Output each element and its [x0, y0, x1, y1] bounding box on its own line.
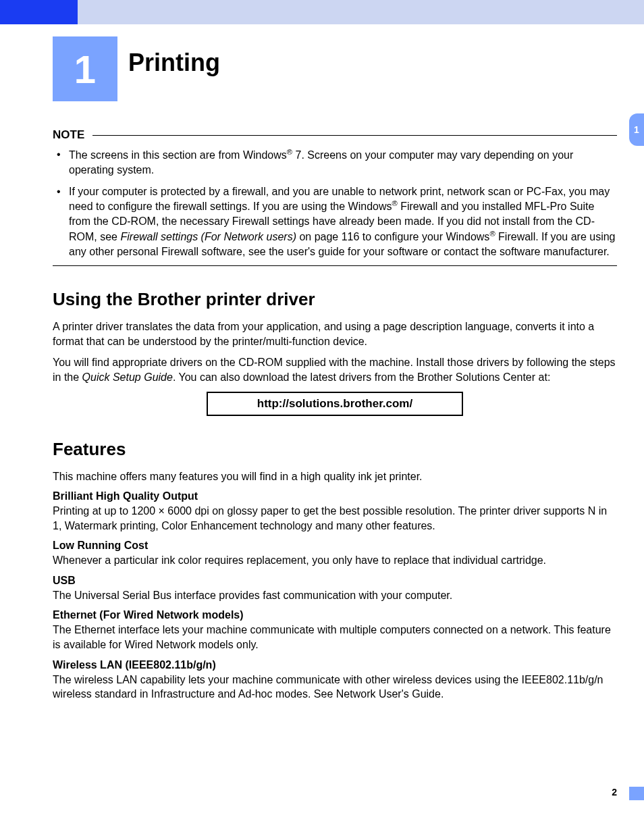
- note-xref: Firewall settings (For Network users): [120, 231, 296, 242]
- note-item: If your computer is protected by a firew…: [66, 184, 617, 259]
- feature-title: Ethernet (For Wired Network models): [53, 609, 617, 621]
- feature-desc: The Universal Serial Bus interface provi…: [53, 588, 617, 603]
- chapter-badge: 1: [53, 36, 117, 101]
- feature-desc: The wireless LAN capability lets your ma…: [53, 673, 617, 702]
- doc-ref: Quick Setup Guide: [82, 371, 173, 383]
- chapter-title: Printing: [128, 49, 220, 77]
- body-text: . You can also download the latest drive…: [173, 371, 550, 383]
- note-text: on page 116 to configure your Windows: [296, 231, 489, 242]
- feature-desc: Whenever a particular ink color requires…: [53, 553, 617, 568]
- feature-item: Wireless LAN (IEEE802.11b/g/n) The wirel…: [53, 659, 617, 702]
- section-heading-using-driver: Using the Brother printer driver: [53, 289, 617, 310]
- features-intro: This machine offers many features you wi…: [53, 469, 617, 484]
- content-area: NOTE The screens in this section are fro…: [53, 128, 617, 706]
- section-heading-features: Features: [53, 439, 617, 460]
- body-paragraph: You will find appropriate drivers on the…: [53, 355, 617, 384]
- feature-title: Wireless LAN (IEEE802.11b/g/n): [53, 659, 617, 671]
- feature-item: Brilliant High Quality Output Printing a…: [53, 490, 617, 533]
- registered-mark: ®: [287, 148, 292, 156]
- registered-mark: ®: [392, 199, 397, 207]
- body-paragraph: A printer driver translates the data fro…: [53, 319, 617, 348]
- feature-item: Low Running Cost Whenever a particular i…: [53, 540, 617, 568]
- feature-item: USB The Universal Serial Bus interface p…: [53, 575, 617, 603]
- top-band: [78, 0, 644, 24]
- feature-title: Brilliant High Quality Output: [53, 490, 617, 502]
- note-text: The screens in this section are from Win…: [69, 149, 287, 161]
- note-divider: [53, 265, 617, 266]
- solutions-link-text: http://solutions.brother.com/: [257, 397, 412, 410]
- note-list: The screens in this section are from Win…: [53, 147, 617, 259]
- note-label: NOTE: [53, 128, 84, 142]
- page-number-accent: [629, 787, 644, 800]
- feature-item: Ethernet (For Wired Network models) The …: [53, 609, 617, 652]
- side-tab: 1: [629, 113, 644, 146]
- chapter-number: 1: [74, 47, 96, 92]
- feature-desc: The Ethernet interface lets your machine…: [53, 623, 617, 652]
- registered-mark: ®: [489, 230, 495, 238]
- feature-desc: Printing at up to 1200 × 6000 dpi on glo…: [53, 504, 617, 533]
- page-number: 2: [612, 787, 617, 798]
- note-rule: [92, 135, 617, 136]
- solutions-link-box[interactable]: http://solutions.brother.com/: [207, 392, 463, 416]
- feature-title: Low Running Cost: [53, 540, 617, 552]
- top-left-block: [0, 0, 78, 24]
- feature-title: USB: [53, 575, 617, 587]
- note-header: NOTE: [53, 128, 617, 142]
- note-item: The screens in this section are from Win…: [66, 147, 617, 178]
